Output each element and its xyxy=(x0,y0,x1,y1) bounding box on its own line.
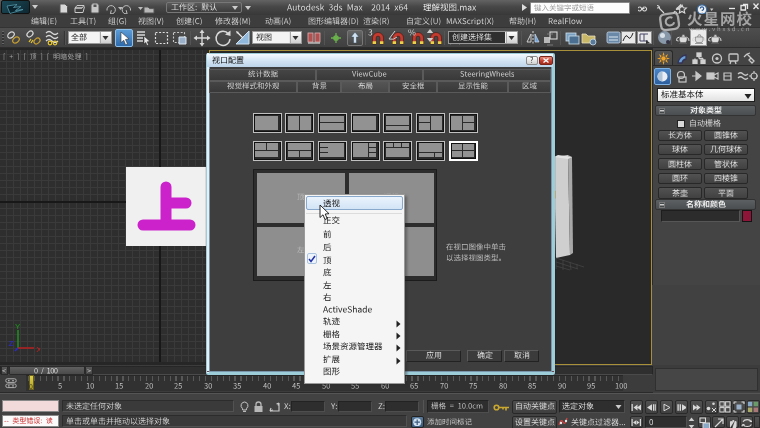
svg-text:Y: Y xyxy=(15,322,21,331)
svg-text:X: X xyxy=(36,345,40,354)
svg-text:Z: Z xyxy=(9,339,14,348)
